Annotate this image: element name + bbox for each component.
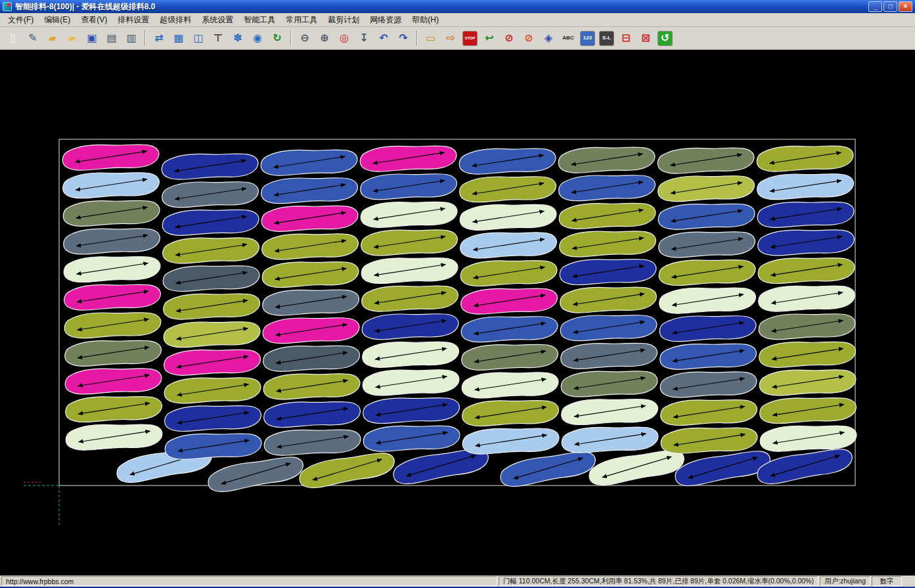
piece-table-button[interactable]: ▦ xyxy=(169,30,188,47)
measure-tool-button[interactable]: ▭ xyxy=(422,30,440,47)
nest-piece[interactable] xyxy=(458,199,557,234)
stop-nesting-button[interactable]: STOP xyxy=(462,31,478,46)
menu-item-10[interactable]: 网络资源 xyxy=(365,13,407,27)
nest-piece[interactable] xyxy=(458,171,557,206)
nest-piece[interactable] xyxy=(262,369,361,403)
gear-cluster-button[interactable]: ✽ xyxy=(229,30,247,47)
delete-all-button[interactable]: ⊠ xyxy=(636,30,655,47)
nest-piece[interactable] xyxy=(62,223,161,258)
maximize-button[interactable]: □ xyxy=(883,1,897,12)
open-marker-button[interactable]: ▰ xyxy=(63,30,81,47)
menu-item-6[interactable]: 系统设置 xyxy=(196,13,238,27)
nest-piece[interactable] xyxy=(160,148,259,183)
nest-piece[interactable] xyxy=(261,284,360,319)
nest-piece[interactable] xyxy=(263,396,361,431)
nest-piece[interactable] xyxy=(559,310,658,345)
nest-piece[interactable] xyxy=(757,309,856,344)
locate-target-button[interactable]: ◎ xyxy=(335,30,353,47)
nest-piece[interactable] xyxy=(63,279,162,314)
piece-numbers-button[interactable]: 123 xyxy=(580,31,595,46)
nest-piece[interactable] xyxy=(163,344,261,379)
close-button[interactable]: × xyxy=(899,1,912,12)
menu-item-1[interactable]: 文件(F) xyxy=(3,13,39,27)
nest-piece[interactable] xyxy=(361,365,460,399)
redo-button[interactable]: ↷ xyxy=(394,30,413,47)
nest-piece[interactable] xyxy=(260,173,359,208)
nest-piece[interactable] xyxy=(757,281,856,315)
nest-piece[interactable] xyxy=(62,195,160,230)
nest-piece[interactable] xyxy=(62,168,160,202)
undo-button[interactable]: ↶ xyxy=(374,30,393,47)
menu-item-2[interactable]: 编辑(E) xyxy=(39,13,76,27)
nest-piece[interactable] xyxy=(64,391,163,426)
gear-globe-button[interactable]: ◉ xyxy=(248,30,267,47)
nest-piece[interactable] xyxy=(261,229,359,263)
nest-piece[interactable] xyxy=(658,283,757,317)
nest-piece[interactable] xyxy=(559,282,658,317)
text-label-button[interactable]: ABC xyxy=(559,30,577,47)
nest-piece[interactable] xyxy=(459,227,558,262)
nest-piece[interactable] xyxy=(361,336,460,371)
nest-piece[interactable] xyxy=(658,227,756,261)
menu-item-7[interactable]: 智能工具 xyxy=(238,13,280,27)
nest-piece[interactable] xyxy=(164,400,262,435)
menu-item-8[interactable]: 常用工具 xyxy=(280,13,323,27)
nest-piece[interactable] xyxy=(162,288,261,323)
nest-piece[interactable] xyxy=(261,256,359,291)
no-overlap-button[interactable]: ⊘ xyxy=(500,30,518,47)
move-down-button[interactable]: ↧ xyxy=(355,30,373,47)
menu-item-3[interactable]: 查看(V) xyxy=(76,13,112,27)
nest-piece[interactable] xyxy=(558,198,656,233)
nest-piece[interactable] xyxy=(64,335,162,370)
nest-piece[interactable] xyxy=(261,313,360,348)
nest-piece[interactable] xyxy=(362,420,460,455)
nest-piece[interactable] xyxy=(361,309,459,344)
edit-template-button[interactable]: ✎ xyxy=(24,30,42,47)
nest-piece[interactable] xyxy=(260,200,359,235)
nest-piece[interactable] xyxy=(64,419,163,454)
export-plan-button[interactable]: ⇨ xyxy=(441,30,460,47)
open-file-button[interactable]: ▰ xyxy=(43,30,62,47)
print-button[interactable]: ▤ xyxy=(102,30,121,47)
nest-piece[interactable] xyxy=(659,422,758,457)
save-file-button[interactable]: ▣ xyxy=(83,30,101,47)
nest-piece[interactable] xyxy=(262,340,361,375)
nest-piece[interactable] xyxy=(656,143,755,177)
nest-piece[interactable] xyxy=(461,423,560,458)
color-marks-button[interactable]: ◈ xyxy=(539,30,558,47)
nest-piece[interactable] xyxy=(458,143,556,178)
nest-piece[interactable] xyxy=(560,422,659,457)
select-tools-button[interactable]: ⇄ xyxy=(150,30,168,47)
nest-piece[interactable] xyxy=(560,338,658,373)
nest-piece[interactable] xyxy=(162,317,261,351)
nest-piece[interactable] xyxy=(163,373,261,407)
size-labels-button[interactable]: S-L xyxy=(599,31,614,46)
delete-piece-button[interactable]: ⊟ xyxy=(617,30,635,47)
nest-piece[interactable] xyxy=(658,311,757,346)
refresh-view-button[interactable]: ↺ xyxy=(658,31,673,46)
tool-stamp-button[interactable]: ⊤ xyxy=(209,30,227,47)
nest-piece[interactable] xyxy=(63,307,162,342)
nest-piece[interactable] xyxy=(162,260,260,295)
nest-piece[interactable] xyxy=(658,254,756,289)
nest-piece[interactable] xyxy=(557,142,656,177)
rotate-tool-button[interactable]: ↻ xyxy=(268,30,286,47)
nest-piece[interactable] xyxy=(756,196,855,231)
nest-piece[interactable] xyxy=(263,424,361,459)
nest-piece[interactable] xyxy=(461,395,560,430)
nest-piece[interactable] xyxy=(64,363,162,398)
nest-piece[interactable] xyxy=(460,283,558,318)
nest-piece[interactable] xyxy=(259,145,358,179)
nest-piece[interactable] xyxy=(359,141,457,175)
nest-piece[interactable] xyxy=(755,141,854,175)
return-piece-button[interactable]: ↩ xyxy=(480,30,499,47)
nest-piece[interactable] xyxy=(659,367,757,401)
nest-piece[interactable] xyxy=(164,428,262,463)
nest-piece[interactable] xyxy=(360,225,458,260)
nest-piece[interactable] xyxy=(460,311,558,346)
nest-piece[interactable] xyxy=(657,198,755,233)
title-bar[interactable]: 智能排料-8(100)| - 爱科在线超级排料8.0 _ □ × xyxy=(0,0,915,13)
nest-piece[interactable] xyxy=(758,336,857,371)
nest-piece[interactable] xyxy=(560,394,659,428)
nest-piece[interactable] xyxy=(558,254,657,288)
